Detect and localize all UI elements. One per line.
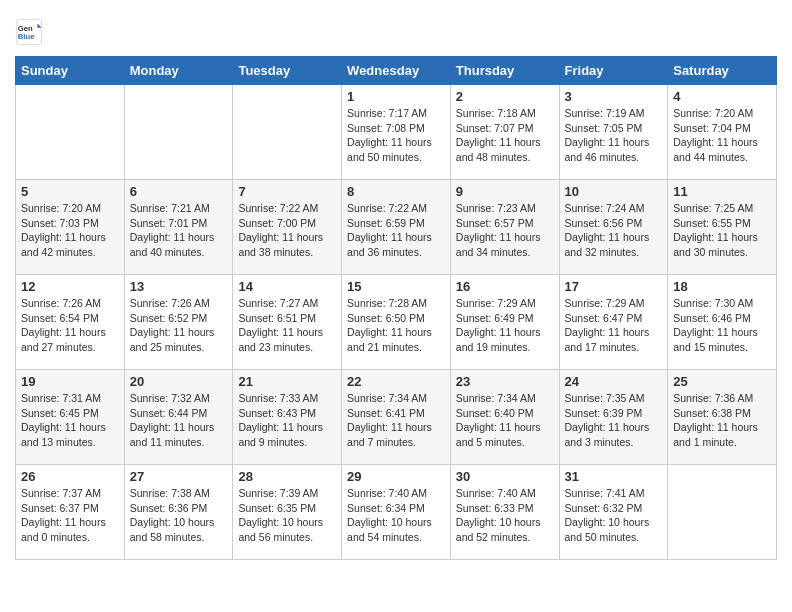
day-info: Sunrise: 7:23 AM Sunset: 6:57 PM Dayligh… bbox=[456, 201, 554, 260]
calendar-cell: 13Sunrise: 7:26 AM Sunset: 6:52 PM Dayli… bbox=[124, 275, 233, 370]
calendar-cell: 17Sunrise: 7:29 AM Sunset: 6:47 PM Dayli… bbox=[559, 275, 668, 370]
day-number: 24 bbox=[565, 374, 663, 389]
calendar-week-row: 5Sunrise: 7:20 AM Sunset: 7:03 PM Daylig… bbox=[16, 180, 777, 275]
column-header-saturday: Saturday bbox=[668, 57, 777, 85]
column-header-sunday: Sunday bbox=[16, 57, 125, 85]
day-number: 4 bbox=[673, 89, 771, 104]
day-info: Sunrise: 7:39 AM Sunset: 6:35 PM Dayligh… bbox=[238, 486, 336, 545]
day-info: Sunrise: 7:40 AM Sunset: 6:34 PM Dayligh… bbox=[347, 486, 445, 545]
day-info: Sunrise: 7:17 AM Sunset: 7:08 PM Dayligh… bbox=[347, 106, 445, 165]
day-number: 30 bbox=[456, 469, 554, 484]
day-info: Sunrise: 7:30 AM Sunset: 6:46 PM Dayligh… bbox=[673, 296, 771, 355]
calendar-cell: 19Sunrise: 7:31 AM Sunset: 6:45 PM Dayli… bbox=[16, 370, 125, 465]
day-info: Sunrise: 7:28 AM Sunset: 6:50 PM Dayligh… bbox=[347, 296, 445, 355]
calendar-cell: 3Sunrise: 7:19 AM Sunset: 7:05 PM Daylig… bbox=[559, 85, 668, 180]
day-info: Sunrise: 7:31 AM Sunset: 6:45 PM Dayligh… bbox=[21, 391, 119, 450]
day-info: Sunrise: 7:29 AM Sunset: 6:49 PM Dayligh… bbox=[456, 296, 554, 355]
calendar-cell: 9Sunrise: 7:23 AM Sunset: 6:57 PM Daylig… bbox=[450, 180, 559, 275]
svg-text:Blue: Blue bbox=[18, 32, 35, 41]
page-header: Gen Blue bbox=[15, 10, 777, 46]
day-number: 2 bbox=[456, 89, 554, 104]
day-number: 5 bbox=[21, 184, 119, 199]
calendar-cell: 22Sunrise: 7:34 AM Sunset: 6:41 PM Dayli… bbox=[342, 370, 451, 465]
day-number: 21 bbox=[238, 374, 336, 389]
day-info: Sunrise: 7:27 AM Sunset: 6:51 PM Dayligh… bbox=[238, 296, 336, 355]
calendar-cell: 6Sunrise: 7:21 AM Sunset: 7:01 PM Daylig… bbox=[124, 180, 233, 275]
day-info: Sunrise: 7:34 AM Sunset: 6:41 PM Dayligh… bbox=[347, 391, 445, 450]
calendar-cell: 30Sunrise: 7:40 AM Sunset: 6:33 PM Dayli… bbox=[450, 465, 559, 560]
day-number: 12 bbox=[21, 279, 119, 294]
day-number: 20 bbox=[130, 374, 228, 389]
column-header-wednesday: Wednesday bbox=[342, 57, 451, 85]
calendar-cell bbox=[668, 465, 777, 560]
calendar-cell: 2Sunrise: 7:18 AM Sunset: 7:07 PM Daylig… bbox=[450, 85, 559, 180]
calendar-cell: 10Sunrise: 7:24 AM Sunset: 6:56 PM Dayli… bbox=[559, 180, 668, 275]
day-number: 15 bbox=[347, 279, 445, 294]
day-number: 29 bbox=[347, 469, 445, 484]
calendar-cell: 27Sunrise: 7:38 AM Sunset: 6:36 PM Dayli… bbox=[124, 465, 233, 560]
calendar-cell bbox=[233, 85, 342, 180]
calendar-week-row: 26Sunrise: 7:37 AM Sunset: 6:37 PM Dayli… bbox=[16, 465, 777, 560]
day-info: Sunrise: 7:32 AM Sunset: 6:44 PM Dayligh… bbox=[130, 391, 228, 450]
calendar-cell: 20Sunrise: 7:32 AM Sunset: 6:44 PM Dayli… bbox=[124, 370, 233, 465]
day-number: 1 bbox=[347, 89, 445, 104]
calendar-cell: 26Sunrise: 7:37 AM Sunset: 6:37 PM Dayli… bbox=[16, 465, 125, 560]
calendar-cell: 23Sunrise: 7:34 AM Sunset: 6:40 PM Dayli… bbox=[450, 370, 559, 465]
calendar-cell: 12Sunrise: 7:26 AM Sunset: 6:54 PM Dayli… bbox=[16, 275, 125, 370]
column-header-monday: Monday bbox=[124, 57, 233, 85]
day-number: 8 bbox=[347, 184, 445, 199]
calendar-cell bbox=[124, 85, 233, 180]
calendar-cell: 25Sunrise: 7:36 AM Sunset: 6:38 PM Dayli… bbox=[668, 370, 777, 465]
calendar-cell: 29Sunrise: 7:40 AM Sunset: 6:34 PM Dayli… bbox=[342, 465, 451, 560]
day-number: 18 bbox=[673, 279, 771, 294]
day-number: 3 bbox=[565, 89, 663, 104]
day-info: Sunrise: 7:20 AM Sunset: 7:04 PM Dayligh… bbox=[673, 106, 771, 165]
day-info: Sunrise: 7:26 AM Sunset: 6:52 PM Dayligh… bbox=[130, 296, 228, 355]
day-info: Sunrise: 7:40 AM Sunset: 6:33 PM Dayligh… bbox=[456, 486, 554, 545]
day-info: Sunrise: 7:34 AM Sunset: 6:40 PM Dayligh… bbox=[456, 391, 554, 450]
day-info: Sunrise: 7:26 AM Sunset: 6:54 PM Dayligh… bbox=[21, 296, 119, 355]
day-number: 23 bbox=[456, 374, 554, 389]
day-number: 26 bbox=[21, 469, 119, 484]
day-number: 31 bbox=[565, 469, 663, 484]
day-number: 16 bbox=[456, 279, 554, 294]
day-number: 7 bbox=[238, 184, 336, 199]
day-number: 14 bbox=[238, 279, 336, 294]
day-info: Sunrise: 7:37 AM Sunset: 6:37 PM Dayligh… bbox=[21, 486, 119, 545]
day-info: Sunrise: 7:41 AM Sunset: 6:32 PM Dayligh… bbox=[565, 486, 663, 545]
day-number: 13 bbox=[130, 279, 228, 294]
column-header-thursday: Thursday bbox=[450, 57, 559, 85]
day-info: Sunrise: 7:36 AM Sunset: 6:38 PM Dayligh… bbox=[673, 391, 771, 450]
calendar-cell: 1Sunrise: 7:17 AM Sunset: 7:08 PM Daylig… bbox=[342, 85, 451, 180]
calendar-week-row: 19Sunrise: 7:31 AM Sunset: 6:45 PM Dayli… bbox=[16, 370, 777, 465]
calendar-cell: 24Sunrise: 7:35 AM Sunset: 6:39 PM Dayli… bbox=[559, 370, 668, 465]
day-info: Sunrise: 7:29 AM Sunset: 6:47 PM Dayligh… bbox=[565, 296, 663, 355]
calendar-cell: 8Sunrise: 7:22 AM Sunset: 6:59 PM Daylig… bbox=[342, 180, 451, 275]
day-info: Sunrise: 7:38 AM Sunset: 6:36 PM Dayligh… bbox=[130, 486, 228, 545]
calendar-cell: 31Sunrise: 7:41 AM Sunset: 6:32 PM Dayli… bbox=[559, 465, 668, 560]
calendar-cell bbox=[16, 85, 125, 180]
day-number: 19 bbox=[21, 374, 119, 389]
calendar-cell: 11Sunrise: 7:25 AM Sunset: 6:55 PM Dayli… bbox=[668, 180, 777, 275]
calendar-cell: 15Sunrise: 7:28 AM Sunset: 6:50 PM Dayli… bbox=[342, 275, 451, 370]
day-info: Sunrise: 7:25 AM Sunset: 6:55 PM Dayligh… bbox=[673, 201, 771, 260]
day-number: 11 bbox=[673, 184, 771, 199]
svg-text:Gen: Gen bbox=[18, 24, 33, 33]
logo: Gen Blue bbox=[15, 18, 47, 46]
calendar-cell: 21Sunrise: 7:33 AM Sunset: 6:43 PM Dayli… bbox=[233, 370, 342, 465]
day-info: Sunrise: 7:21 AM Sunset: 7:01 PM Dayligh… bbox=[130, 201, 228, 260]
day-info: Sunrise: 7:24 AM Sunset: 6:56 PM Dayligh… bbox=[565, 201, 663, 260]
calendar-table: SundayMondayTuesdayWednesdayThursdayFrid… bbox=[15, 56, 777, 560]
logo-icon: Gen Blue bbox=[15, 18, 43, 46]
calendar-cell: 5Sunrise: 7:20 AM Sunset: 7:03 PM Daylig… bbox=[16, 180, 125, 275]
calendar-cell: 7Sunrise: 7:22 AM Sunset: 7:00 PM Daylig… bbox=[233, 180, 342, 275]
day-number: 17 bbox=[565, 279, 663, 294]
day-info: Sunrise: 7:22 AM Sunset: 6:59 PM Dayligh… bbox=[347, 201, 445, 260]
day-number: 9 bbox=[456, 184, 554, 199]
calendar-cell: 14Sunrise: 7:27 AM Sunset: 6:51 PM Dayli… bbox=[233, 275, 342, 370]
calendar-cell: 18Sunrise: 7:30 AM Sunset: 6:46 PM Dayli… bbox=[668, 275, 777, 370]
calendar-header-row: SundayMondayTuesdayWednesdayThursdayFrid… bbox=[16, 57, 777, 85]
day-info: Sunrise: 7:20 AM Sunset: 7:03 PM Dayligh… bbox=[21, 201, 119, 260]
day-info: Sunrise: 7:35 AM Sunset: 6:39 PM Dayligh… bbox=[565, 391, 663, 450]
day-info: Sunrise: 7:33 AM Sunset: 6:43 PM Dayligh… bbox=[238, 391, 336, 450]
